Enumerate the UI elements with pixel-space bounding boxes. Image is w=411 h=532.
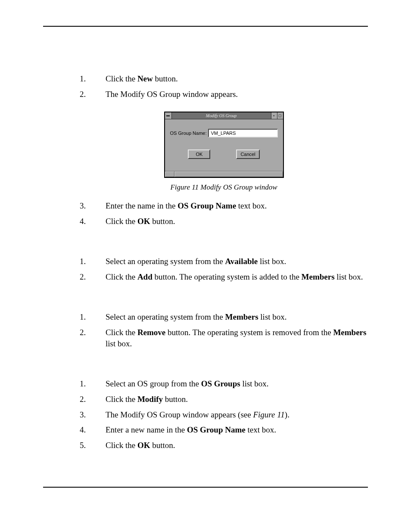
item-number: 4. (80, 424, 106, 436)
item-text: Click the Remove button. The operating s… (106, 327, 368, 349)
item-text: The Modify OS Group window appears. (106, 89, 368, 100)
steps-create-1: 1.Click the New button.2.The Modify OS G… (80, 73, 368, 100)
steps-remove-member: 1.Select an operating system from the Me… (80, 311, 368, 349)
list-item: 3.The Modify OS Group window appears (se… (80, 409, 368, 420)
list-item: 2.Click the Modify button. (80, 394, 368, 405)
cancel-button[interactable]: Cancel (236, 149, 259, 159)
os-group-name-label: OS Group Name: (170, 130, 207, 137)
item-number: 2. (80, 271, 106, 283)
list-item: 4.Click the OK button. (80, 216, 368, 227)
steps-create-2: 3.Enter the name in the OS Group Name te… (80, 200, 368, 227)
steps-add-member: 1.Select an operating system from the Av… (80, 256, 368, 282)
status-bar (165, 171, 283, 177)
os-group-name-input[interactable]: VM_LPARS (208, 129, 277, 137)
item-text: Select an OS group from the OS Groups li… (106, 378, 368, 389)
titlebar: Modify OS Group ▪ ▢ (165, 112, 283, 119)
list-item: 2.Click the Add button. The operating sy… (80, 271, 368, 283)
item-number: 3. (80, 409, 106, 420)
list-item: 2.The Modify OS Group window appears. (80, 89, 368, 100)
item-number: 2. (80, 89, 106, 100)
item-number: 5. (80, 440, 106, 451)
list-item: 5.Click the OK button. (80, 440, 368, 451)
item-number: 1. (80, 378, 106, 389)
item-number: 4. (80, 216, 106, 227)
figure-11: Modify OS Group ▪ ▢ OS Group Name: VM_LP… (80, 112, 368, 193)
item-text: Click the OK button. (106, 440, 368, 451)
list-item: 1.Select an operating system from the Me… (80, 311, 368, 323)
maximize-icon[interactable]: ▢ (277, 112, 283, 119)
os-group-name-value: VM_LPARS (211, 130, 236, 137)
list-item: 1.Select an operating system from the Av… (80, 256, 368, 267)
list-item: 2.Click the Remove button. The operating… (80, 327, 368, 349)
item-text: Click the Add button. The operating syst… (106, 271, 368, 283)
item-text: Select an operating system from the Avai… (106, 256, 368, 267)
minimize-icon[interactable]: ▪ (271, 112, 277, 119)
figure-caption: Figure 11 Modify OS Group window (80, 183, 368, 193)
item-number: 1. (80, 73, 106, 84)
list-item: 3.Enter the name in the OS Group Name te… (80, 200, 368, 212)
ok-button[interactable]: OK (188, 149, 210, 159)
list-item: 1.Click the New button. (80, 73, 368, 84)
steps-modify-group: 1.Select an OS group from the OS Groups … (80, 378, 368, 451)
item-number: 2. (80, 394, 106, 405)
item-text: Enter the name in the OS Group Name text… (106, 200, 368, 212)
footer-rule (43, 487, 368, 488)
page-content: 1.Click the New button.2.The Modify OS G… (80, 73, 368, 463)
item-number: 3. (80, 200, 106, 212)
item-text: The Modify OS Group window appears (see … (106, 409, 368, 420)
header-rule (43, 26, 368, 27)
item-text: Select an operating system from the Memb… (106, 311, 368, 323)
item-number: 1. (80, 311, 106, 323)
system-menu-icon[interactable] (165, 112, 172, 119)
item-text: Click the Modify button. (106, 394, 368, 405)
list-item: 4.Enter a new name in the OS Group Name … (80, 424, 368, 436)
item-text: Click the OK button. (106, 216, 368, 227)
window-title: Modify OS Group (172, 112, 271, 119)
item-number: 2. (80, 327, 106, 349)
modify-os-group-window: Modify OS Group ▪ ▢ OS Group Name: VM_LP… (164, 112, 284, 178)
item-number: 1. (80, 256, 106, 267)
list-item: 1.Select an OS group from the OS Groups … (80, 378, 368, 389)
item-text: Click the New button. (106, 73, 368, 84)
item-text: Enter a new name in the OS Group Name te… (106, 424, 368, 436)
